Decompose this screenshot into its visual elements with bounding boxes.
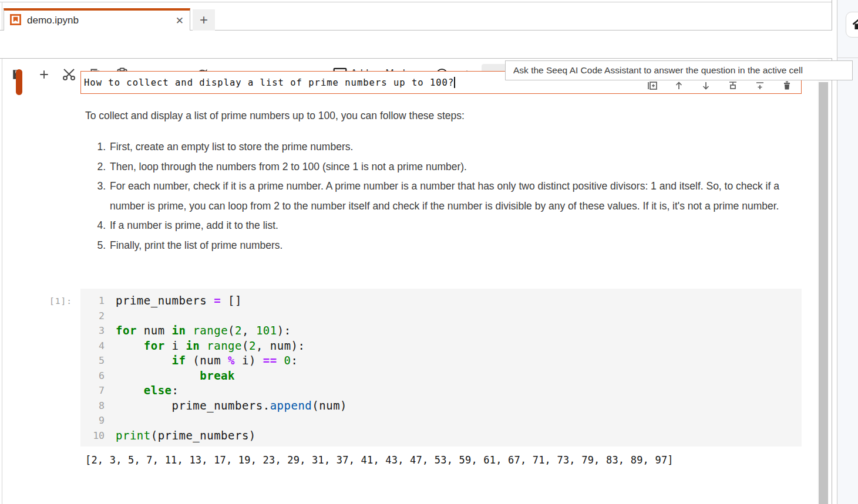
left-border — [2, 2, 2, 504]
code-line[interactable]: 8 prime_numbers.append(num) — [80, 398, 802, 414]
md-step: If a number is prime, add it to the list… — [109, 216, 785, 236]
cell-toolbar — [646, 80, 793, 92]
new-tab-button[interactable]: + — [193, 9, 215, 31]
line-number: 2 — [80, 309, 105, 324]
line-number: 7 — [80, 383, 105, 398]
code-line[interactable]: 3for num in range(2, 101): — [80, 323, 802, 339]
code-line[interactable]: 1prime_numbers = [] — [80, 293, 802, 309]
code-text: prime_numbers = [] — [116, 293, 242, 309]
move-cell-up-icon[interactable] — [673, 80, 685, 92]
md-step: Finally, print the list of prime numbers… — [109, 236, 785, 256]
right-sidebar-divider — [837, 57, 858, 58]
line-number: 4 — [80, 339, 105, 354]
code-text: else: — [116, 383, 179, 398]
execution-count: [1]: — [49, 296, 72, 306]
tooltip: Ask the Seeq AI Code Assistant to answer… — [505, 60, 853, 80]
markdown-output: To collect and display a list of prime n… — [85, 106, 785, 255]
cut-cells-button[interactable] — [62, 67, 77, 82]
scrollbar-thumb[interactable] — [819, 82, 828, 504]
md-step: First, create an empty list to store the… — [109, 137, 785, 157]
home-button[interactable] — [846, 12, 858, 38]
md-step: Then, loop through the numbers from 2 to… — [109, 157, 785, 177]
duplicate-cell-icon[interactable] — [646, 80, 658, 92]
line-number: 8 — [80, 398, 105, 414]
active-cell-text: How to collect and display a list of pri… — [84, 77, 454, 88]
line-number: 6 — [80, 368, 105, 384]
markdown-intro: To collect and display a list of prime n… — [85, 106, 785, 126]
md-steps: First, create an empty list to store the… — [85, 137, 785, 255]
tab-close-icon[interactable]: ✕ — [176, 15, 184, 27]
tab-title: demo.ipynb — [27, 15, 176, 26]
add-cell-button[interactable] — [38, 69, 50, 80]
code-line[interactable]: 4 for i in range(2, num): — [80, 339, 802, 354]
insert-cell-above-icon[interactable] — [727, 80, 739, 92]
line-number: 3 — [80, 323, 105, 339]
jupyterlab-window: demo.ipynb ✕ + — [0, 0, 858, 504]
line-number: 10 — [80, 428, 105, 444]
code-text: prime_numbers.append(num) — [116, 398, 347, 414]
code-cell-editor[interactable]: 1prime_numbers = []23for num in range(2,… — [80, 289, 802, 447]
tab-demo-ipynb[interactable]: demo.ipynb ✕ — [4, 8, 190, 31]
code-line[interactable]: 9 — [80, 413, 802, 428]
top-border — [0, 2, 832, 2]
code-text: for num in range(2, 101): — [116, 323, 291, 339]
add-cell-icon — [38, 69, 50, 80]
notebook-toolbar: Raw Add-on Mode git </> — [0, 31, 832, 59]
code-text: break — [116, 368, 235, 384]
code-line[interactable]: 10print(prime_numbers) — [80, 428, 802, 444]
cell-output: [2, 3, 5, 7, 11, 13, 17, 19, 23, 29, 31,… — [85, 454, 674, 466]
cut-icon — [62, 67, 77, 82]
cell-collapser[interactable] — [16, 69, 22, 95]
line-number: 1 — [80, 293, 105, 309]
delete-cell-icon[interactable] — [781, 80, 793, 92]
code-lines: 1prime_numbers = []23for num in range(2,… — [80, 293, 802, 443]
insert-cell-below-icon[interactable] — [754, 80, 766, 92]
move-cell-down-icon[interactable] — [700, 80, 712, 92]
text-cursor — [454, 77, 455, 88]
code-line[interactable]: 7 else: — [80, 383, 802, 398]
md-step: For each number, check if it is a prime … — [109, 177, 785, 216]
code-text: for i in range(2, num): — [116, 339, 305, 354]
line-number: 9 — [80, 413, 105, 428]
code-line[interactable]: 5 if (num % i) == 0: — [80, 353, 802, 368]
code-text: if (num % i) == 0: — [116, 353, 298, 368]
code-text: print(prime_numbers) — [116, 428, 256, 444]
code-line[interactable]: 6 break — [80, 368, 802, 384]
code-line[interactable]: 2 — [80, 309, 802, 324]
line-number: 5 — [80, 353, 105, 368]
home-icon — [852, 18, 858, 32]
notebook-file-icon — [10, 14, 21, 28]
